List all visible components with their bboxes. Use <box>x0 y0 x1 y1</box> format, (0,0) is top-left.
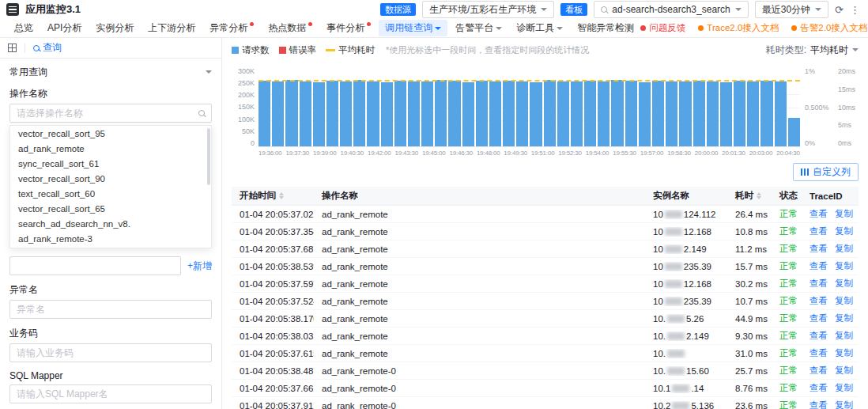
env-select[interactable]: 生产环境/五彩石生产环境 <box>422 1 554 18</box>
graph-icon[interactable] <box>8 44 17 52</box>
section-common-queries[interactable]: 常用查询 <box>9 65 212 79</box>
cell-start-time: 01-04 20:05:38.539 <box>232 262 314 271</box>
copy-link[interactable]: 复制 <box>835 400 853 409</box>
column-header[interactable]: 耗时 <box>727 190 772 202</box>
table-row[interactable]: 01-04 20:05:38.539ad_rank_remote10235.39… <box>232 258 859 275</box>
latency-type-select[interactable]: 耗时类型: 平均耗时 <box>766 44 859 57</box>
dropdown-option[interactable]: vector_recall_sort_65 <box>10 202 211 217</box>
view-link[interactable]: 查看 <box>810 225 828 237</box>
nav-item[interactable]: 异常分析 <box>203 20 260 36</box>
sort-icon[interactable] <box>279 192 284 199</box>
nav-item[interactable]: 诊断工具 <box>510 20 569 36</box>
copy-link[interactable]: 复制 <box>835 243 853 255</box>
table-row[interactable]: 01-04 20:05:37.597ad_rank_remote1012.168… <box>232 275 859 293</box>
table-row[interactable]: 01-04 20:05:37.615ad_rank_remote10.31.0 … <box>232 345 859 362</box>
view-link[interactable]: 查看 <box>810 208 828 220</box>
view-link[interactable]: 查看 <box>810 400 828 409</box>
nav-item[interactable]: 实例分析 <box>89 20 140 36</box>
nav-item[interactable]: 智能异常检测 <box>571 20 640 36</box>
customize-columns-button[interactable]: 自定义列 <box>793 163 859 181</box>
copy-link[interactable]: 复制 <box>835 208 853 220</box>
dropdown-option[interactable]: vector_recall_sort_95 <box>10 127 211 142</box>
app-search-select[interactable]: ad-search-dsearch3_search <box>594 1 748 18</box>
view-link[interactable]: 查看 <box>810 312 828 324</box>
table-row[interactable]: 01-04 20:05:38.487ad_rank_remote-010.15.… <box>232 362 859 380</box>
table-row[interactable]: 01-04 20:05:37.912ad_rank_remote-010.25.… <box>232 397 859 409</box>
cell-traceid: 查看复制 <box>802 312 859 324</box>
new-operation-input[interactable] <box>9 256 181 275</box>
table-row[interactable]: 01-04 20:05:37.354ad_rank_remote1012.168… <box>232 223 859 240</box>
nav-item[interactable]: API分析 <box>41 20 88 36</box>
app-menu-icon[interactable] <box>6 3 19 16</box>
table-row[interactable]: 01-04 20:05:38.170ad_rank_remote10.5.264… <box>232 310 859 328</box>
dropdown-option[interactable]: text_recall_sort_60 <box>10 187 211 202</box>
chevron-down-icon <box>557 27 563 30</box>
legend-item[interactable]: 请求数 <box>232 44 270 56</box>
sql-mapper-input[interactable] <box>9 384 212 403</box>
instance-prefix: 10.2 <box>653 401 670 409</box>
more-icon[interactable]: ⋮ <box>850 5 860 15</box>
bizcode-input[interactable] <box>9 343 212 362</box>
dropdown-option[interactable]: ad_rank_remote-3 <box>10 232 211 247</box>
copy-link[interactable]: 复制 <box>835 330 853 342</box>
copy-link[interactable]: 复制 <box>835 295 853 307</box>
view-link[interactable]: 查看 <box>810 365 828 377</box>
copy-link[interactable]: 复制 <box>835 347 853 359</box>
doc-link[interactable]: Trace2.0接入文档 <box>698 22 779 34</box>
view-link[interactable]: 查看 <box>810 295 828 307</box>
copy-link[interactable]: 复制 <box>835 260 853 272</box>
view-link[interactable]: 查看 <box>810 243 828 255</box>
nav-item[interactable]: 事件分析 <box>320 20 377 36</box>
copy-link[interactable]: 复制 <box>835 365 853 377</box>
board-tag[interactable]: 看板 <box>560 3 587 16</box>
nav-item[interactable]: 调用链查询 <box>379 20 447 36</box>
doc-link[interactable]: 告警2.0接入文档 <box>791 22 867 34</box>
dropdown-option[interactable]: sync_recall_sort_61 <box>10 157 211 172</box>
view-link[interactable]: 查看 <box>810 260 828 272</box>
nav-item[interactable]: 总览 <box>8 20 40 36</box>
operation-input[interactable] <box>9 104 212 123</box>
legend-item[interactable]: 平均耗时 <box>326 44 375 56</box>
query-icon <box>33 45 40 51</box>
view-link[interactable]: 查看 <box>810 382 828 394</box>
main-nav: 总览API分析实例分析上下游分析异常分析热点数据事件分析调用链查询告警平台诊断工… <box>8 20 640 36</box>
sort-icon[interactable] <box>757 192 761 199</box>
nav-item[interactable]: 告警平台 <box>449 20 508 36</box>
instance-suffix: 235.39 <box>684 297 711 306</box>
exception-input[interactable] <box>9 300 212 319</box>
table-row[interactable]: 01-04 20:05:37.524ad_rank_remote10235.39… <box>232 293 859 310</box>
copy-link[interactable]: 复制 <box>835 225 853 237</box>
table-row[interactable]: 01-04 20:05:38.031ad_rank_remote10.2.149… <box>232 328 859 345</box>
table-row[interactable]: 01-04 20:05:37.661ad_rank_remote-010.1.1… <box>232 380 859 397</box>
tab-query[interactable]: 查询 <box>33 41 62 55</box>
copy-link[interactable]: 复制 <box>835 382 853 394</box>
dropdown-option[interactable]: ad_rank_remote <box>10 142 211 157</box>
time-range-select[interactable]: 最近30分钟 <box>755 1 828 18</box>
view-link[interactable]: 查看 <box>810 330 828 342</box>
legend-swatch <box>326 49 335 51</box>
scrollbar[interactable] <box>207 128 210 185</box>
legend-item[interactable]: 错误率 <box>279 44 317 56</box>
view-link[interactable]: 查看 <box>810 347 828 359</box>
redacted-segment <box>665 263 682 271</box>
copy-link[interactable]: 复制 <box>835 312 853 324</box>
table-row[interactable]: 01-04 20:05:37.021ad_rank_remote10124.11… <box>232 206 859 223</box>
datasource-tag[interactable]: 数据源 <box>380 3 416 16</box>
table-row[interactable]: 01-04 20:05:37.687ad_rank_remote102.1491… <box>232 240 859 258</box>
instance-prefix: 10.1 <box>653 384 670 393</box>
doc-link[interactable]: 问题反馈 <box>640 22 685 34</box>
add-button[interactable]: +新增 <box>187 259 212 273</box>
refresh-icon[interactable]: ⟳ <box>835 5 843 15</box>
column-header[interactable]: 开始时间 <box>232 190 314 202</box>
copy-link[interactable]: 复制 <box>835 278 853 290</box>
dropdown-option[interactable]: search_ad_dsearch_nn_v8. <box>10 217 211 232</box>
cell-instance: 10235.39 <box>645 297 727 306</box>
status-badge: 正常 <box>779 260 798 272</box>
sidebar: 查询 常用查询 操作名称 vector_recall_sort_95ad_ran… <box>0 38 222 409</box>
nav-item[interactable]: 上下游分析 <box>142 20 202 36</box>
nav-item[interactable]: 热点数据 <box>262 20 319 36</box>
dropdown-option[interactable]: vector_recall_sort_90 <box>10 172 211 187</box>
chart-plot-area[interactable] <box>259 68 800 147</box>
view-link[interactable]: 查看 <box>810 278 828 290</box>
cell-instance: 10.15.60 <box>645 366 727 376</box>
